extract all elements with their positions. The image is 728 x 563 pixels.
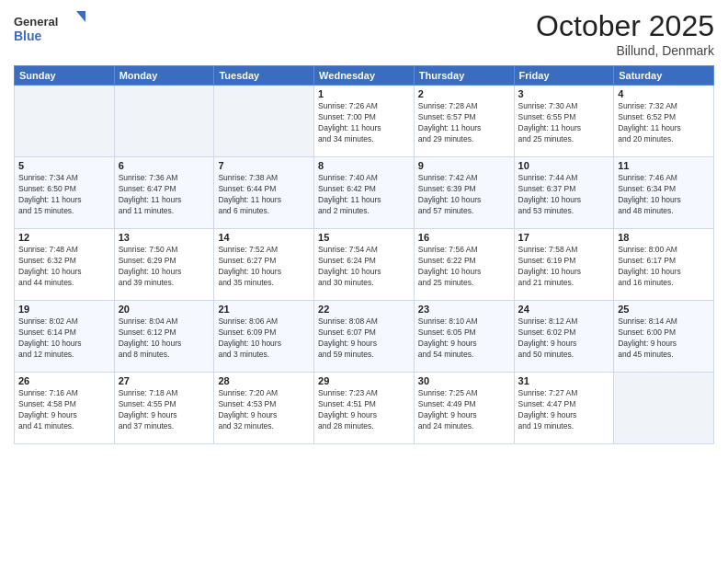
table-row: 16Sunrise: 7:56 AM Sunset: 6:22 PM Dayli… xyxy=(414,229,514,301)
day-number: 10 xyxy=(518,160,610,171)
day-info: Sunrise: 7:56 AM Sunset: 6:22 PM Dayligh… xyxy=(418,245,510,289)
day-info: Sunrise: 7:16 AM Sunset: 4:58 PM Dayligh… xyxy=(18,388,110,432)
logo: General Blue xyxy=(14,9,87,51)
table-row xyxy=(614,373,714,444)
day-number: 7 xyxy=(218,160,310,171)
day-info: Sunrise: 8:10 AM Sunset: 6:05 PM Dayligh… xyxy=(418,316,510,361)
day-info: Sunrise: 7:20 AM Sunset: 4:53 PM Dayligh… xyxy=(218,388,310,432)
col-thursday: Thursday xyxy=(414,66,514,86)
calendar: Sunday Monday Tuesday Wednesday Thursday… xyxy=(14,65,714,444)
table-row: 18Sunrise: 8:00 AM Sunset: 6:17 PM Dayli… xyxy=(614,229,714,301)
col-saturday: Saturday xyxy=(614,66,714,86)
col-friday: Friday xyxy=(514,66,614,86)
day-number: 6 xyxy=(119,160,210,171)
location: Billund, Denmark xyxy=(536,43,714,58)
day-number: 26 xyxy=(18,375,110,386)
col-monday: Monday xyxy=(114,66,214,86)
day-number: 11 xyxy=(618,160,710,171)
table-row: 12Sunrise: 7:48 AM Sunset: 6:32 PM Dayli… xyxy=(15,229,115,301)
svg-text:General: General xyxy=(14,15,58,29)
day-number: 31 xyxy=(518,375,610,386)
col-tuesday: Tuesday xyxy=(214,66,314,86)
day-number: 5 xyxy=(18,160,110,171)
day-number: 23 xyxy=(418,304,510,315)
day-info: Sunrise: 7:34 AM Sunset: 6:50 PM Dayligh… xyxy=(18,173,110,217)
day-info: Sunrise: 7:38 AM Sunset: 6:44 PM Dayligh… xyxy=(218,173,310,217)
day-info: Sunrise: 7:36 AM Sunset: 6:47 PM Dayligh… xyxy=(119,173,210,217)
header: General Blue October 2025 Billund, Denma… xyxy=(14,9,714,58)
day-info: Sunrise: 7:18 AM Sunset: 4:55 PM Dayligh… xyxy=(119,388,210,432)
day-number: 29 xyxy=(318,375,410,386)
day-number: 27 xyxy=(119,375,210,386)
day-number: 20 xyxy=(119,304,210,315)
table-row: 26Sunrise: 7:16 AM Sunset: 4:58 PM Dayli… xyxy=(15,373,115,444)
day-info: Sunrise: 7:44 AM Sunset: 6:37 PM Dayligh… xyxy=(518,173,610,217)
calendar-week-row: 26Sunrise: 7:16 AM Sunset: 4:58 PM Dayli… xyxy=(15,373,714,444)
day-info: Sunrise: 7:27 AM Sunset: 4:47 PM Dayligh… xyxy=(518,388,610,432)
day-number: 9 xyxy=(418,160,510,171)
table-row xyxy=(15,86,115,157)
table-row: 23Sunrise: 8:10 AM Sunset: 6:05 PM Dayli… xyxy=(414,301,514,373)
calendar-week-row: 19Sunrise: 8:02 AM Sunset: 6:14 PM Dayli… xyxy=(15,301,714,373)
table-row: 27Sunrise: 7:18 AM Sunset: 4:55 PM Dayli… xyxy=(114,373,214,444)
day-info: Sunrise: 7:42 AM Sunset: 6:39 PM Dayligh… xyxy=(418,173,510,217)
day-number: 13 xyxy=(119,232,210,243)
day-info: Sunrise: 7:23 AM Sunset: 4:51 PM Dayligh… xyxy=(318,388,410,432)
day-number: 4 xyxy=(618,88,710,99)
day-info: Sunrise: 8:00 AM Sunset: 6:17 PM Dayligh… xyxy=(618,245,710,289)
day-number: 28 xyxy=(218,375,310,386)
col-sunday: Sunday xyxy=(15,66,115,86)
day-number: 21 xyxy=(218,304,310,315)
day-info: Sunrise: 8:06 AM Sunset: 6:09 PM Dayligh… xyxy=(218,316,310,361)
table-row: 25Sunrise: 8:14 AM Sunset: 6:00 PM Dayli… xyxy=(614,301,714,373)
calendar-week-row: 12Sunrise: 7:48 AM Sunset: 6:32 PM Dayli… xyxy=(15,229,714,301)
day-info: Sunrise: 7:30 AM Sunset: 6:55 PM Dayligh… xyxy=(518,101,610,145)
svg-text:Blue: Blue xyxy=(14,29,42,43)
table-row: 3Sunrise: 7:30 AM Sunset: 6:55 PM Daylig… xyxy=(514,86,614,157)
table-row xyxy=(114,86,214,157)
day-number: 12 xyxy=(18,232,110,243)
day-number: 8 xyxy=(318,160,410,171)
day-info: Sunrise: 8:14 AM Sunset: 6:00 PM Dayligh… xyxy=(618,316,710,361)
table-row: 17Sunrise: 7:58 AM Sunset: 6:19 PM Dayli… xyxy=(514,229,614,301)
day-info: Sunrise: 7:50 AM Sunset: 6:29 PM Dayligh… xyxy=(119,245,210,289)
day-info: Sunrise: 8:12 AM Sunset: 6:02 PM Dayligh… xyxy=(518,316,610,361)
day-info: Sunrise: 8:08 AM Sunset: 6:07 PM Dayligh… xyxy=(318,316,410,361)
table-row: 13Sunrise: 7:50 AM Sunset: 6:29 PM Dayli… xyxy=(114,229,214,301)
day-number: 14 xyxy=(218,232,310,243)
table-row: 11Sunrise: 7:46 AM Sunset: 6:34 PM Dayli… xyxy=(614,157,714,229)
day-number: 30 xyxy=(418,375,510,386)
day-number: 3 xyxy=(518,88,610,99)
calendar-week-row: 5Sunrise: 7:34 AM Sunset: 6:50 PM Daylig… xyxy=(15,157,714,229)
day-info: Sunrise: 8:04 AM Sunset: 6:12 PM Dayligh… xyxy=(119,316,210,361)
day-number: 17 xyxy=(518,232,610,243)
table-row: 10Sunrise: 7:44 AM Sunset: 6:37 PM Dayli… xyxy=(514,157,614,229)
table-row: 29Sunrise: 7:23 AM Sunset: 4:51 PM Dayli… xyxy=(314,373,415,444)
day-number: 24 xyxy=(518,304,610,315)
table-row xyxy=(214,86,314,157)
table-row: 8Sunrise: 7:40 AM Sunset: 6:42 PM Daylig… xyxy=(314,157,415,229)
day-number: 15 xyxy=(318,232,410,243)
day-info: Sunrise: 7:54 AM Sunset: 6:24 PM Dayligh… xyxy=(318,245,410,289)
month-title: October 2025 xyxy=(536,9,714,43)
table-row: 24Sunrise: 8:12 AM Sunset: 6:02 PM Dayli… xyxy=(514,301,614,373)
table-row: 28Sunrise: 7:20 AM Sunset: 4:53 PM Dayli… xyxy=(214,373,314,444)
day-number: 2 xyxy=(418,88,510,99)
table-row: 15Sunrise: 7:54 AM Sunset: 6:24 PM Dayli… xyxy=(314,229,415,301)
calendar-week-row: 1Sunrise: 7:26 AM Sunset: 7:00 PM Daylig… xyxy=(15,86,714,157)
logo-svg: General Blue xyxy=(14,9,87,51)
table-row: 31Sunrise: 7:27 AM Sunset: 4:47 PM Dayli… xyxy=(514,373,614,444)
table-row: 20Sunrise: 8:04 AM Sunset: 6:12 PM Dayli… xyxy=(114,301,214,373)
day-info: Sunrise: 7:25 AM Sunset: 4:49 PM Dayligh… xyxy=(418,388,510,432)
day-info: Sunrise: 7:58 AM Sunset: 6:19 PM Dayligh… xyxy=(518,245,610,289)
day-info: Sunrise: 7:52 AM Sunset: 6:27 PM Dayligh… xyxy=(218,245,310,289)
table-row: 22Sunrise: 8:08 AM Sunset: 6:07 PM Dayli… xyxy=(314,301,415,373)
svg-marker-1 xyxy=(76,11,85,22)
calendar-header-row: Sunday Monday Tuesday Wednesday Thursday… xyxy=(15,66,714,86)
day-info: Sunrise: 7:46 AM Sunset: 6:34 PM Dayligh… xyxy=(618,173,710,217)
day-info: Sunrise: 7:48 AM Sunset: 6:32 PM Dayligh… xyxy=(18,245,110,289)
table-row: 30Sunrise: 7:25 AM Sunset: 4:49 PM Dayli… xyxy=(414,373,514,444)
day-number: 22 xyxy=(318,304,410,315)
table-row: 6Sunrise: 7:36 AM Sunset: 6:47 PM Daylig… xyxy=(114,157,214,229)
day-number: 18 xyxy=(618,232,710,243)
